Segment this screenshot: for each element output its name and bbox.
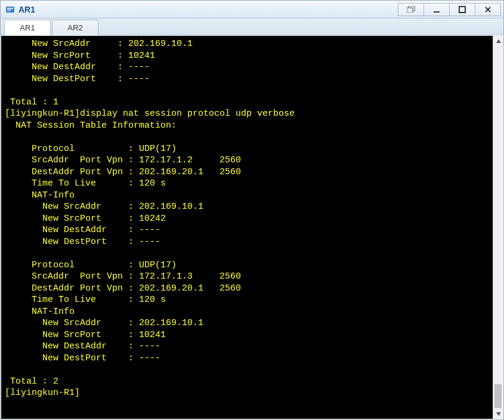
minimize-button[interactable] [423, 3, 450, 16]
terminal-line: NAT-Info [5, 306, 493, 318]
tab-bar: AR1 AR2 [1, 18, 503, 35]
maximize-button[interactable] [449, 3, 475, 16]
svg-marker-9 [496, 39, 501, 43]
tab-ar2[interactable]: AR2 [52, 20, 98, 35]
terminal-line: Total : 2 [5, 376, 493, 388]
terminal-line: New DestPort : ---- [5, 73, 493, 85]
terminal-line [5, 131, 493, 143]
terminal-line: [liyingkun-R1]display nat session protoc… [5, 108, 493, 120]
tab-ar1[interactable]: AR1 [4, 20, 51, 35]
app-window: AR1 AR1 [0, 0, 504, 420]
terminal-output[interactable]: New SrcAddr : 202.169.10.1 New SrcPort :… [1, 36, 493, 419]
terminal-line: SrcAddr Port Vpn : 172.17.1.3 2560 [5, 271, 493, 283]
terminal-line: Time To Live : 120 s [5, 294, 493, 306]
terminal-line: Protocol : UDP(17) [5, 143, 493, 155]
terminal-line: DestAddr Port Vpn : 202.169.20.1 2560 [5, 166, 493, 178]
terminal-line: NAT Session Table Information: [5, 120, 493, 132]
svg-rect-1 [7, 8, 13, 9]
terminal-line: New SrcAddr : 202.169.10.1 [5, 201, 493, 213]
terminal-container: New SrcAddr : 202.169.10.1 New SrcPort :… [1, 35, 503, 419]
terminal-line: Time To Live : 120 s [5, 178, 493, 190]
window-controls [398, 3, 501, 16]
svg-marker-10 [496, 412, 501, 416]
window-title: AR1 [18, 5, 398, 14]
terminal-line: Protocol : UDP(17) [5, 260, 493, 271]
terminal-line: NAT-Info [5, 190, 493, 202]
tab-label: AR2 [67, 23, 82, 32]
terminal-line: New DestPort : ---- [5, 236, 493, 248]
terminal-line: New DestAddr : ---- [5, 61, 493, 73]
svg-rect-6 [459, 7, 465, 13]
titlebar: AR1 [1, 1, 503, 18]
terminal-line [5, 364, 493, 376]
svg-rect-4 [407, 8, 413, 13]
terminal-line: New SrcAddr : 202.169.10.1 [5, 317, 493, 329]
terminal-line: New SrcPort : 10241 [5, 50, 493, 62]
restore-down-button[interactable] [398, 3, 424, 16]
svg-rect-2 [7, 10, 11, 11]
terminal-line: SrcAddr Port Vpn : 172.17.1.2 2560 [5, 155, 493, 166]
terminal-line [5, 85, 493, 97]
scroll-thumb[interactable] [494, 384, 502, 408]
scrollbar[interactable] [493, 36, 503, 419]
scroll-up-arrow-icon[interactable] [493, 36, 503, 46]
terminal-line: DestAddr Port Vpn : 202.169.20.1 2560 [5, 283, 493, 295]
terminal-line [5, 248, 493, 260]
close-button[interactable] [475, 3, 501, 16]
scroll-down-arrow-icon[interactable] [493, 409, 503, 419]
terminal-line: New SrcPort : 10242 [5, 213, 493, 225]
app-icon [5, 5, 15, 14]
terminal-line: New SrcAddr : 202.169.10.1 [5, 38, 493, 50]
terminal-line: New DestAddr : ---- [5, 341, 493, 353]
terminal-line: New SrcPort : 10241 [5, 329, 493, 341]
terminal-line: [liyingkun-R1] [5, 387, 493, 399]
terminal-line: New DestAddr : ---- [5, 224, 493, 236]
terminal-line: New DestPort : ---- [5, 353, 493, 365]
tab-label: AR1 [20, 23, 35, 32]
terminal-line: Total : 1 [5, 97, 493, 109]
